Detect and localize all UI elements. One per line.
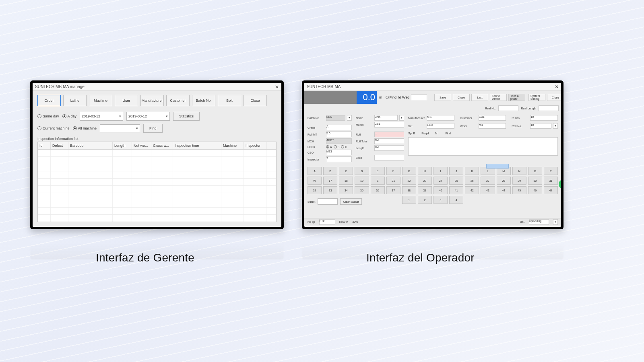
name-drop[interactable]: ▾ — [399, 115, 404, 121]
inspector-field[interactable]: 2 — [326, 156, 352, 162]
table-row[interactable] — [38, 193, 276, 200]
key[interactable]: 37 — [386, 186, 400, 194]
key[interactable]: N — [512, 167, 526, 175]
key[interactable]: 46 — [528, 186, 542, 194]
a-day-radio[interactable]: A day — [62, 114, 77, 118]
all-machine-radio[interactable]: All machine — [73, 126, 97, 130]
key[interactable]: E — [371, 167, 385, 175]
statistics-button[interactable]: Statistics — [173, 112, 200, 121]
key[interactable]: 36 — [371, 186, 385, 194]
key[interactable]: 23 — [418, 177, 432, 185]
select-drop[interactable] — [318, 198, 338, 205]
machine-button[interactable]: Machine — [89, 95, 112, 106]
batchno-field[interactable]: BBU — [326, 115, 345, 121]
key[interactable]: 28 — [497, 177, 511, 185]
defect-list[interactable] — [408, 137, 558, 156]
find-button[interactable]: Find — [143, 124, 163, 133]
close2-button[interactable]: Close — [547, 94, 561, 101]
key[interactable]: 3 — [433, 196, 448, 204]
manufacturer-button[interactable]: Manufacturer — [140, 95, 164, 106]
current-machine-radio[interactable]: Current machine — [37, 126, 70, 130]
set-field[interactable]: L.No — [427, 123, 454, 129]
batchno-drop[interactable]: ▾ — [347, 115, 352, 121]
key[interactable]: 26 — [465, 177, 479, 185]
col-barcode[interactable]: Barcode — [68, 142, 113, 149]
key[interactable]: O — [528, 167, 542, 175]
key[interactable]: I — [433, 167, 448, 175]
key[interactable]: Z — [371, 177, 385, 185]
manufacturer-field[interactable]: M 1 — [427, 115, 454, 121]
key[interactable]: 2 — [418, 196, 432, 204]
date-to-input[interactable]: 2019-03-12▾ — [126, 112, 170, 121]
key[interactable]: 18 — [339, 177, 353, 185]
key[interactable]: 29 — [512, 177, 526, 185]
order-button[interactable]: Order — [37, 95, 61, 106]
key[interactable]: 24 — [433, 177, 448, 185]
model-field[interactable]: CB1 — [374, 122, 404, 128]
lock-a-radio[interactable]: A — [326, 145, 332, 148]
key[interactable]: K — [465, 167, 479, 175]
key[interactable]: 43 — [481, 186, 495, 194]
last-button[interactable]: Last — [471, 94, 488, 101]
key[interactable]: 1 — [402, 196, 416, 204]
status-field-1[interactable]: B.38 — [319, 219, 335, 225]
key[interactable]: 4 — [449, 196, 463, 204]
key[interactable]: 17 — [323, 177, 337, 185]
close-button[interactable]: Close — [453, 94, 470, 101]
key[interactable]: 33 — [323, 186, 337, 194]
system-setting-button[interactable]: System Setting — [528, 94, 545, 101]
table-row[interactable] — [38, 150, 276, 157]
customer-button[interactable]: Customer — [166, 95, 190, 106]
key[interactable]: W — [308, 177, 322, 185]
col-length[interactable]: Length — [113, 142, 132, 149]
realno-field[interactable] — [498, 105, 518, 111]
key[interactable]: J — [449, 167, 463, 175]
clear-basket-button[interactable]: Clear basket — [340, 198, 361, 205]
rollno-drop[interactable]: ▾ — [553, 123, 558, 129]
close-icon[interactable]: ✕ — [275, 84, 279, 90]
roll-field[interactable]: ... — [374, 132, 404, 137]
col-inspectiontime[interactable]: Inspection time — [173, 142, 221, 149]
rollmt-field[interactable]: 5.0 — [326, 132, 352, 137]
key[interactable]: D — [355, 167, 369, 175]
key[interactable]: 32 — [308, 186, 322, 194]
cso-field[interactable]: M33 — [326, 150, 352, 155]
lock-b-radio[interactable]: B — [334, 145, 340, 148]
key[interactable]: 47 — [544, 186, 558, 194]
key[interactable]: P — [544, 167, 558, 175]
table-row[interactable] — [38, 164, 276, 171]
key[interactable]: 44 — [497, 186, 511, 194]
user-button[interactable]: User — [115, 95, 138, 106]
wso-field[interactable]: M4 — [479, 123, 506, 129]
key[interactable]: 42 — [465, 186, 479, 194]
save-button[interactable]: Save — [434, 94, 451, 101]
machine-select[interactable]: ▾ — [100, 124, 140, 132]
col-defect[interactable]: Defect — [51, 142, 68, 149]
close-icon[interactable]: ✕ — [555, 84, 559, 90]
key[interactable]: C — [339, 167, 353, 175]
key[interactable]: 34 — [339, 186, 353, 194]
key[interactable]: 39 — [418, 186, 432, 194]
key[interactable]: B — [323, 167, 337, 175]
col-grossweight[interactable]: Gross w... — [151, 142, 173, 149]
batchno-button[interactable]: Batch No. — [192, 95, 215, 106]
reallength-field[interactable] — [539, 105, 559, 111]
col-inspector[interactable]: Inspector — [244, 142, 266, 149]
wsq-field[interactable] — [411, 95, 427, 100]
name-field[interactable]: Chn. — [374, 115, 398, 121]
key[interactable]: 38 — [402, 186, 416, 194]
key[interactable]: 19 — [355, 177, 369, 185]
col-machine[interactable]: Machine — [221, 142, 244, 149]
rolltotal-field[interactable]: 1M — [374, 138, 404, 144]
date-from-input[interactable]: 2019-03-12▾ — [80, 112, 123, 121]
table-row[interactable] — [38, 200, 276, 208]
key[interactable]: 22 — [402, 177, 416, 185]
key[interactable]: A — [308, 167, 322, 175]
key[interactable]: 25 — [449, 177, 463, 185]
customer-field[interactable]: CU1 — [479, 115, 506, 121]
key[interactable]: 35 — [355, 186, 369, 194]
close-button[interactable]: Close — [244, 95, 267, 106]
key[interactable]: 30 — [528, 177, 542, 185]
grade-field[interactable]: A — [326, 125, 352, 130]
table-row[interactable] — [38, 157, 276, 164]
